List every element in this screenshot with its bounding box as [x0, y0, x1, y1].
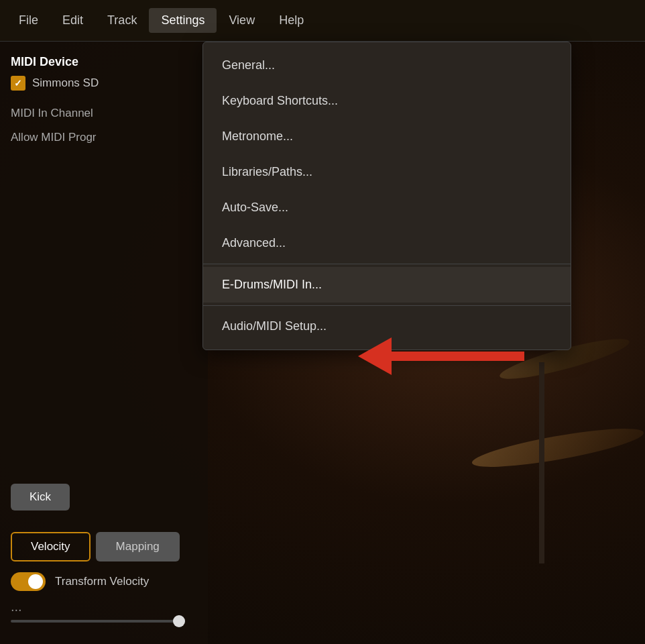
menu-edrums[interactable]: E-Drums/MIDI In...: [203, 267, 571, 303]
menu-item-view[interactable]: View: [217, 8, 267, 33]
device-checkbox[interactable]: [11, 76, 25, 91]
settings-dropdown: General... Keyboard Shortcuts... Metrono…: [202, 42, 571, 350]
transform-toggle[interactable]: [11, 572, 46, 591]
midi-device-section: MIDI Device Simmons SD: [11, 55, 197, 91]
arrow-shaft: [390, 352, 524, 361]
transform-row: Transform Velocity: [11, 572, 197, 591]
slider-track[interactable]: [11, 620, 185, 623]
menubar: File Edit Track Settings View Help: [0, 0, 645, 42]
divider-2: [203, 305, 571, 306]
menu-item-file[interactable]: File: [7, 8, 50, 33]
kick-button[interactable]: Kick: [11, 484, 70, 511]
arrow-head: [358, 337, 392, 375]
menu-item-track[interactable]: Track: [95, 8, 149, 33]
menu-general[interactable]: General...: [203, 48, 571, 83]
menu-advanced[interactable]: Advanced...: [203, 225, 571, 261]
bottom-section: Kick Velocity Mapping Transform Velocity…: [0, 473, 208, 644]
drum-stand: [539, 362, 544, 564]
menu-metronome[interactable]: Metronome...: [203, 119, 571, 154]
arrow-indicator: [358, 337, 524, 375]
menu-keyboard[interactable]: Keyboard Shortcuts...: [203, 83, 571, 119]
slider-thumb[interactable]: [173, 615, 185, 627]
dots-label: ...: [11, 599, 197, 614]
panel-content: MIDI Device Simmons SD MIDI In Channel A…: [0, 42, 208, 158]
menu-libraries[interactable]: Libraries/Paths...: [203, 154, 571, 190]
menu-item-edit[interactable]: Edit: [50, 8, 95, 33]
velocity-tab[interactable]: Velocity: [11, 532, 91, 561]
menu-item-settings[interactable]: Settings: [149, 8, 217, 33]
transform-velocity-label: Transform Velocity: [55, 575, 149, 588]
allow-midi-progr-label: Allow MIDI Progr: [11, 131, 197, 144]
tab-group: Velocity Mapping: [11, 532, 197, 561]
menu-autosave[interactable]: Auto-Save...: [203, 190, 571, 225]
menu-item-help[interactable]: Help: [267, 8, 316, 33]
device-name: Simmons SD: [32, 76, 99, 90]
midi-device-label: MIDI Device: [11, 55, 197, 69]
divider-1: [203, 264, 571, 264]
mapping-tab[interactable]: Mapping: [96, 532, 180, 561]
toggle-knob: [28, 574, 43, 589]
midi-in-channel-label: MIDI In Channel: [11, 107, 197, 120]
device-item: Simmons SD: [11, 76, 197, 91]
